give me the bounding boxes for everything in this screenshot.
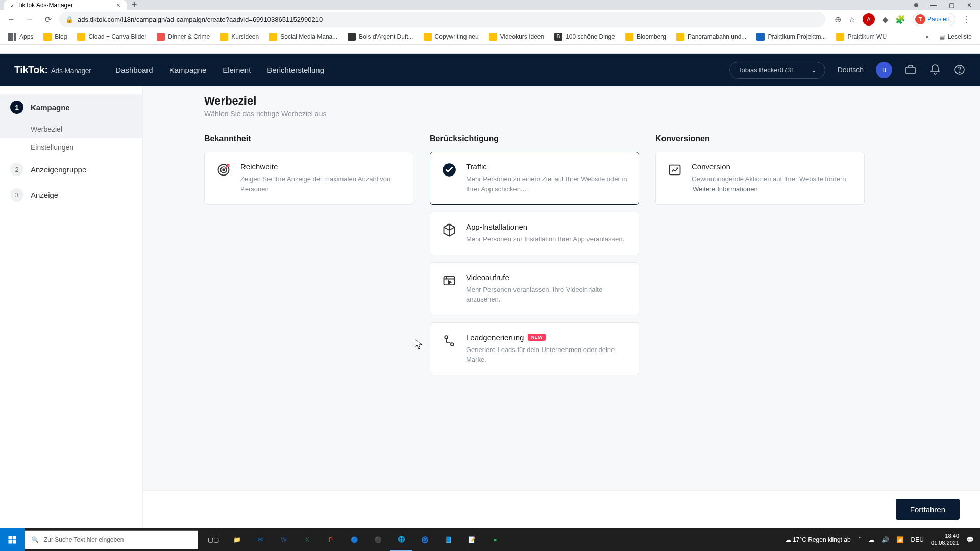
back-button[interactable]: ← — [4, 12, 18, 27]
nav-campaign[interactable]: Kampagne — [169, 66, 207, 74]
objective-conversion[interactable]: Conversion Gewinnbringende Aktionen auf … — [655, 152, 865, 205]
language-indicator[interactable]: DEU — [911, 536, 924, 543]
bookmark-item[interactable]: Praktikum Projektm... — [752, 31, 830, 43]
profile-status: Pausiert — [927, 16, 950, 23]
step-adgroup[interactable]: 2 Anzeigengruppe — [0, 157, 142, 182]
bookmark-item[interactable]: Praktikum WU — [832, 31, 891, 43]
nav-dashboard[interactable]: Dashboard — [115, 66, 153, 74]
help-icon[interactable] — [953, 64, 966, 76]
notifications-icon[interactable]: 💬 — [966, 536, 974, 543]
app-icon-2[interactable]: 📘 — [437, 528, 459, 551]
extension-generic-icon[interactable]: ◆ — [882, 15, 888, 24]
new-badge: NEW — [528, 334, 546, 341]
bookmark-star-icon[interactable]: ☆ — [848, 15, 855, 24]
bookmark-item[interactable]: Videokurs Ideen — [485, 31, 549, 43]
nav-element[interactable]: Element — [223, 66, 251, 74]
reading-list-button[interactable]: ▤Leseliste — [935, 31, 976, 42]
svg-point-2 — [959, 72, 960, 73]
taskbar-search[interactable]: 🔍 Zur Suche Text hier eingeben — [24, 530, 198, 549]
extensions-puzzle-icon[interactable]: 🧩 — [895, 15, 905, 24]
step-campaign[interactable]: 1 Kampagne — [0, 94, 142, 120]
menu-dots-icon[interactable]: ⋮ — [963, 15, 971, 24]
explorer-icon[interactable]: 📁 — [226, 528, 248, 551]
wifi-icon[interactable]: 📶 — [896, 536, 904, 543]
tiktok-logo[interactable]: TikTok: Ads-Manager — [14, 64, 91, 76]
objective-traffic[interactable]: Traffic Mehr Personen zu einem Ziel auf … — [430, 152, 639, 205]
user-badge[interactable]: u — [876, 62, 892, 78]
bookmark-item[interactable]: Blog — [39, 31, 71, 43]
bookmark-item[interactable]: Bois d'Argent Duft... — [344, 31, 417, 43]
bookmark-item[interactable]: B100 schöne Dinge — [550, 31, 619, 43]
powerpoint-icon[interactable]: P — [320, 528, 342, 551]
edge-icon[interactable]: 🌀 — [413, 528, 436, 551]
app-icon[interactable]: 🔵 — [343, 528, 365, 551]
chrome-icon[interactable]: 🌐 — [390, 528, 412, 551]
account-dropdown[interactable]: Tobias Becker0731 ⌄ — [729, 62, 825, 79]
search-url-icon[interactable]: ⊕ — [835, 15, 841, 24]
objective-video-views[interactable]: Videoaufrufe Mehr Personen veranlassen, … — [430, 262, 639, 315]
weather-widget[interactable]: ☁ 17°C Regen klingt ab — [785, 536, 851, 543]
page-heading: Werbeziel — [204, 94, 955, 108]
onedrive-icon[interactable]: ☁ — [868, 536, 874, 543]
bookmark-item[interactable]: Bloomberg — [621, 31, 670, 43]
notepad-icon[interactable]: 📝 — [460, 528, 483, 551]
substep-settings[interactable]: Einstellungen — [0, 138, 142, 157]
bookmark-item[interactable]: Kursideen — [216, 31, 263, 43]
bookmark-item[interactable]: Panoramabahn und... — [672, 31, 750, 43]
language-selector[interactable]: Deutsch — [838, 66, 864, 74]
clock[interactable]: 18:40 01.08.2021 — [931, 533, 959, 546]
nav-reporting[interactable]: Berichterstellung — [267, 66, 324, 74]
extension-adblock-icon[interactable]: A — [863, 13, 875, 26]
svg-rect-0 — [906, 67, 915, 74]
new-tab-button[interactable]: + — [127, 0, 142, 10]
volume-icon[interactable]: 🔊 — [881, 536, 889, 543]
briefcase-icon[interactable] — [904, 64, 917, 76]
tray-chevron-icon[interactable]: ˄ — [858, 536, 861, 543]
svg-rect-14 — [13, 540, 16, 543]
url-input[interactable]: 🔒 ads.tiktok.com/i18n/campaign/ad-campai… — [59, 12, 825, 27]
start-button[interactable] — [0, 528, 24, 551]
profile-button[interactable]: T Pausiert — [913, 13, 955, 26]
bell-icon[interactable] — [929, 64, 941, 76]
substep-objective[interactable]: Werbeziel — [0, 120, 142, 138]
target-icon — [216, 162, 231, 178]
spotify-icon[interactable]: ● — [484, 528, 506, 551]
close-tab-icon[interactable]: × — [116, 1, 120, 9]
svg-rect-12 — [13, 536, 16, 539]
obs-icon[interactable]: ⚫ — [366, 528, 389, 551]
svg-rect-11 — [9, 536, 12, 539]
continue-button[interactable]: Fortfahren — [896, 499, 960, 520]
browser-tab[interactable]: ♪ TikTok Ads-Manager × — [4, 0, 127, 10]
excel-icon[interactable]: X — [296, 528, 318, 551]
minimize-button[interactable]: — — [930, 2, 937, 9]
apps-button[interactable]: Apps — [4, 31, 37, 43]
more-info-link[interactable]: Weitere Informationen — [693, 185, 758, 193]
maximize-button[interactable]: ▢ — [949, 2, 954, 9]
bookmarks-bar: Apps Blog Cload + Canva Bilder Dinner & … — [0, 29, 980, 45]
objective-reach[interactable]: Reichweite Zeigen Sie Ihre Anzeige der m… — [204, 152, 413, 205]
reload-button[interactable]: ⟳ — [41, 12, 55, 27]
objective-lead-gen[interactable]: Leadgenerierung NEW Generiere Leads für … — [430, 322, 639, 375]
bookmark-item[interactable]: Copywriting neu — [420, 31, 483, 43]
lock-icon: 🔒 — [65, 16, 74, 23]
word-icon[interactable]: W — [273, 528, 295, 551]
svg-rect-10 — [670, 165, 680, 175]
bookmark-item[interactable]: Cload + Canva Bilder — [73, 31, 151, 43]
bookmark-item[interactable]: Dinner & Crime — [153, 31, 214, 43]
app-header: TikTok: Ads-Manager Dashboard Kampagne E… — [0, 54, 980, 86]
objective-app-installs[interactable]: App-Installationen Mehr Personen zur Ins… — [430, 212, 639, 255]
task-view-icon[interactable]: ▢▢ — [202, 528, 225, 551]
chevron-down-icon: ⌄ — [811, 66, 817, 74]
tab-bar: ♪ TikTok Ads-Manager × + — ▢ ✕ — [0, 0, 980, 10]
column-consideration: Berücksichtigung Traffic Mehr Personen z… — [430, 134, 639, 383]
mail-icon[interactable]: ✉ — [249, 528, 272, 551]
check-circle-icon — [442, 162, 457, 178]
bookmark-item[interactable]: Social Media Mana... — [265, 31, 341, 43]
forward-button[interactable]: → — [22, 12, 37, 27]
browser-chrome: ♪ TikTok Ads-Manager × + — ▢ ✕ ← → ⟳ 🔒 a… — [0, 0, 980, 54]
bookmarks-overflow-icon[interactable]: » — [925, 33, 929, 40]
tiktok-favicon: ♪ — [10, 2, 13, 9]
account-dot-icon[interactable] — [914, 3, 918, 7]
close-window-button[interactable]: ✕ — [967, 2, 972, 9]
step-ad[interactable]: 3 Anzeige — [0, 182, 142, 208]
